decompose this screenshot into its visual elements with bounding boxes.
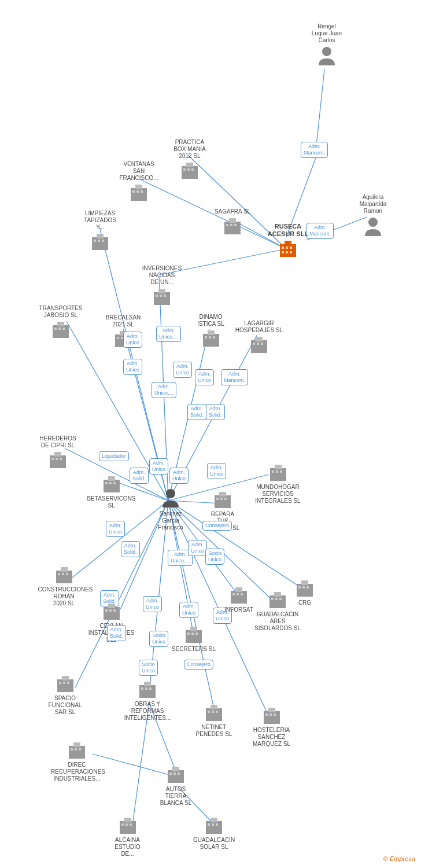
svg-rect-146 [144,682,151,686]
svg-rect-67 [53,325,69,338]
badge-adm-solid-mid1[interactable]: Adm.Solid. [187,404,206,420]
badge-adm-solid-beta[interactable]: Adm.Solid. [130,468,149,484]
svg-rect-128 [298,586,301,589]
svg-point-31 [322,47,331,56]
badge-adm-unico-ceylan3[interactable]: Adm.Unico [143,596,162,612]
badge-socio-unico-secret2[interactable]: SocioÚnico [139,660,158,676]
badge-consejero-repara[interactable]: Consejero [202,521,232,531]
svg-point-32 [368,218,378,227]
svg-rect-114 [109,609,112,612]
inversiones-building-icon [153,288,171,306]
svg-rect-44 [187,168,190,171]
badge-adm-solid-mid2[interactable]: Adm.Solid. [206,404,225,420]
svg-rect-62 [154,292,170,305]
badge-adm-unico-ceylan4[interactable]: Adm.Unico [179,602,198,618]
svg-rect-126 [274,592,281,597]
guadalcacin-solar-node: GUADALCACINSOLAR SL [188,815,240,851]
badge-adm-mancom-top[interactable]: Adm.Mancom. [301,142,328,158]
svg-rect-168 [121,823,124,826]
badge-adm-mancom-lag[interactable]: Adm.Mancom. [221,369,248,385]
inforsat-building-icon [230,586,248,605]
svg-rect-82 [251,340,267,353]
svg-rect-111 [61,567,68,572]
svg-rect-143 [141,687,143,690]
badge-adm-unico-ceylan2[interactable]: Adm.Unico [188,540,207,556]
svg-rect-92 [104,480,120,492]
svg-rect-81 [208,330,215,335]
svg-rect-139 [63,682,65,684]
alcaina-node: ALCAINAESTUDIODE... [103,815,152,858]
alcaina-building-icon [119,816,137,835]
svg-rect-94 [109,482,112,484]
svg-rect-136 [190,627,197,631]
alcaina-label: ALCAINAESTUDIODE... [115,837,140,858]
direc-building-icon [68,741,86,760]
svg-rect-90 [60,458,62,460]
svg-rect-115 [113,609,116,612]
badge-adm-unico-const[interactable]: Adm.Unico [106,521,125,537]
badge-adm-unico-brecalsan[interactable]: Adm.Unico [123,332,142,348]
badge-adm-unico-mid2[interactable]: Adm.Unico [123,359,142,375]
svg-rect-137 [57,679,73,692]
svg-rect-98 [272,470,274,473]
rengel-label: RengelLuque JuanCarlos [312,23,342,44]
svg-rect-147 [206,708,222,721]
spacio-label: SPACIOFUNCIONALSAR SL [49,695,82,716]
badge-adm-unico-beta1[interactable]: Adm.Unico [149,458,168,475]
mundohogar-label: MUNDOHOGARSERVICIOSINTEGRALES SL [255,484,300,505]
hosteleria-building-icon [263,707,281,725]
sanchez-person-icon [161,488,180,509]
svg-rect-165 [178,773,180,775]
badge-adm-solid-const[interactable]: Adm.Solid. [121,541,140,557]
svg-rect-163 [169,773,172,775]
badge-socio-unico-secret[interactable]: SocioÚnico [149,631,168,647]
practica-box-label: PRACTICABOX MANIA2012 SL [173,139,206,160]
svg-rect-78 [205,336,207,339]
badge-adm-unico-inv[interactable]: Adm.Unico,... [156,326,181,342]
badge-adm-unico-mid3[interactable]: Adm.Unico,... [152,382,176,398]
herederos-building-icon [49,451,67,469]
limpiezas-label: LIMPIEZASTAPIZADOSY... [84,210,116,231]
repara-tus-building-icon [213,491,232,509]
svg-rect-132 [186,630,202,643]
svg-rect-166 [172,767,179,771]
svg-rect-151 [211,705,217,709]
svg-rect-47 [131,188,147,201]
ventanas-san-node: VENTANASSANFRANCISCO... [116,161,162,204]
badge-socio-unico-rep[interactable]: SocioUnico [205,549,224,565]
practica-box-node: PRACTICABOX MANIA2012 SL [167,139,213,182]
svg-rect-148 [208,711,210,713]
svg-rect-107 [56,571,72,583]
badge-adm-unico-mid4[interactable]: Adm.Unico [173,362,192,378]
guadalcacin-solar-label: GUADALCACINSOLAR SL [193,837,235,851]
svg-rect-134 [191,632,194,635]
badge-consejero-secret[interactable]: Consejero [184,660,213,670]
svg-rect-58 [94,240,96,242]
sanchez-node: SanchezGarciaFrancisco [147,486,194,531]
svg-rect-60 [102,240,104,242]
svg-rect-89 [56,458,58,460]
svg-rect-68 [54,328,57,330]
autos-tierra-building-icon [167,766,185,784]
autos-tierra-node: AUTOSTIERRABLANCA SL [150,764,202,807]
svg-rect-54 [230,224,232,226]
svg-rect-127 [297,584,313,597]
svg-rect-42 [182,166,198,179]
secreters-node: SECRETERS SL [171,624,217,653]
badge-adm-solid-ceylan2[interactable]: Adm.Solid. [107,625,126,641]
svg-rect-59 [98,240,100,242]
ceylan-building-icon [102,602,121,621]
svg-rect-108 [58,573,60,575]
svg-rect-97 [270,468,286,481]
svg-rect-154 [269,713,272,716]
svg-rect-160 [79,748,81,751]
badge-adm-unico-beta2[interactable]: Adm.Unico [169,468,189,484]
svg-rect-172 [206,821,222,834]
inversiones-label: INVERSIONESNACIDASDE UN... [142,265,182,286]
badge-adm-unico-mun[interactable]: Adm.Unico [207,463,226,479]
svg-rect-86 [256,337,263,341]
betaservicons-building-icon [102,475,121,494]
badge-adm-unico-lag2[interactable]: Adm.Unico [195,369,214,385]
badge-liquidador[interactable]: Liquidador [99,451,129,461]
svg-rect-157 [69,746,85,759]
